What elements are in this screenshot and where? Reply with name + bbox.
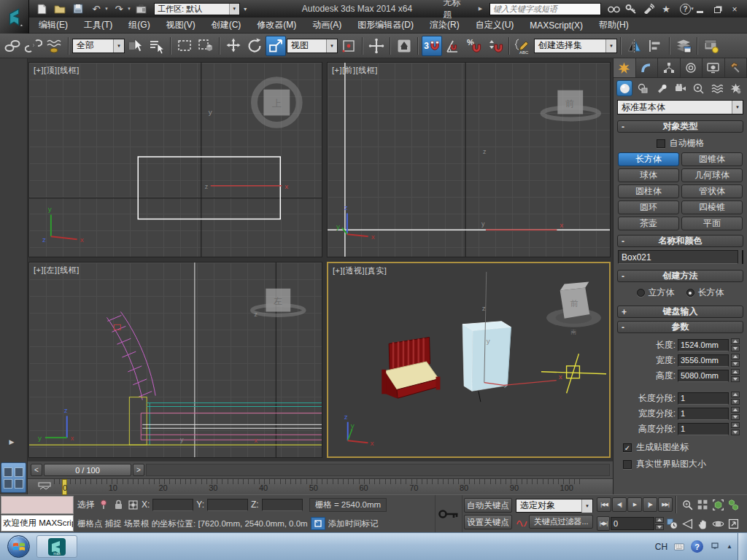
auto-key-button[interactable]: 自动关键点 — [464, 498, 512, 513]
select-and-link-icon[interactable] — [2, 36, 23, 56]
orbit-icon[interactable] — [711, 516, 725, 531]
zoom-extents-icon[interactable] — [711, 497, 725, 512]
playback-button[interactable]: |◀◀ — [597, 497, 611, 512]
select-and-manipulate-icon[interactable] — [366, 36, 387, 56]
scene-box021-model[interactable] — [462, 322, 511, 392]
select-by-name-icon[interactable] — [147, 36, 167, 56]
time-configuration-icon[interactable] — [665, 516, 679, 531]
object-type-button[interactable]: 圆柱体 — [618, 184, 679, 198]
parameter-value-field[interactable]: 3556.0mm — [678, 354, 729, 367]
viewcube-perspective[interactable]: 前 南 — [546, 282, 601, 335]
undo-dropdown-icon[interactable]: ▼ — [104, 7, 109, 11]
window-crossing-toggle-icon[interactable] — [196, 36, 216, 56]
viewport-front-canvas[interactable]: x y z 前 z y — [328, 63, 610, 257]
tab-display[interactable] — [703, 58, 725, 77]
autogrid-checkbox[interactable] — [657, 139, 665, 148]
primitive-category-dropdown[interactable]: 标准基本体 ▼ — [617, 100, 743, 114]
menu-item[interactable]: 编辑(E) — [31, 18, 76, 33]
close-button[interactable]: × — [729, 4, 740, 13]
language-indicator[interactable]: CH — [655, 542, 667, 552]
menu-item[interactable]: 组(G) — [120, 18, 158, 33]
select-and-rotate-icon[interactable] — [244, 36, 265, 56]
chevron-down-icon[interactable]: ▼ — [229, 4, 239, 15]
object-type-button[interactable]: 圆锥体 — [681, 152, 743, 166]
layer-manager-icon[interactable] — [673, 36, 694, 56]
scene-headboard-wire[interactable] — [107, 311, 155, 400]
spinner-snap-toggle-icon[interactable] — [485, 36, 506, 56]
viewport-left-label[interactable]: [+][左][线框] — [34, 265, 80, 276]
workspace-selector[interactable]: 工作区: 默认 ▼ — [154, 3, 240, 15]
select-and-move-icon[interactable] — [223, 36, 244, 56]
add-time-tag-label[interactable]: 添加时间标记 — [328, 518, 379, 529]
bind-to-space-warp-icon[interactable] — [44, 36, 65, 56]
mini-curve-editor-icon[interactable] — [36, 481, 53, 492]
key-icon[interactable] — [624, 2, 638, 15]
help-tray-icon[interactable]: ? — [691, 540, 703, 553]
previous-frame-button[interactable]: < — [31, 464, 42, 476]
viewcube-compass-south-label[interactable]: 南 — [570, 329, 577, 335]
object-type-button[interactable]: 茶壶 — [618, 217, 679, 230]
favorites-star-icon[interactable]: ★ — [659, 2, 673, 15]
search-icon[interactable] — [607, 2, 620, 15]
maximize-viewport-toggle-icon[interactable] — [726, 516, 740, 531]
menu-item[interactable]: MAXScript(X) — [522, 18, 591, 33]
restore-button[interactable] — [712, 4, 722, 13]
y-coordinate-field[interactable] — [207, 499, 248, 511]
redo-dropdown-icon[interactable]: ▼ — [127, 7, 131, 11]
spinner-control[interactable] — [731, 392, 740, 405]
object-type-button[interactable]: 几何球体 — [681, 168, 743, 182]
menu-item[interactable]: 自定义(U) — [468, 18, 522, 33]
key-filter-curve-icon[interactable] — [516, 516, 527, 528]
workspace-flyout-icon[interactable]: ▼ — [243, 7, 248, 12]
next-frame-button[interactable]: > — [133, 464, 144, 476]
set-key-button[interactable]: 设置关键点 — [464, 515, 512, 529]
rollout-name-color-header[interactable]: - 名称和颜色 — [617, 235, 743, 247]
action-center-icon[interactable] — [710, 542, 720, 552]
key-filters-button[interactable]: 关键点过滤器... — [529, 515, 593, 529]
viewport-layout-tabs-button[interactable] — [1, 462, 26, 493]
viewport-perspective[interactable]: [+][透视][真实] — [327, 262, 611, 458]
viewport-front-label[interactable]: [+][前][线框] — [332, 65, 378, 76]
mirror-icon[interactable] — [624, 36, 645, 56]
redo-icon[interactable]: ↷ — [111, 2, 127, 15]
viewport-left-canvas[interactable]: y x z 左 z y x — [29, 262, 322, 457]
playback-button[interactable]: ▶▶| — [658, 497, 673, 512]
project-folder-icon[interactable] — [133, 2, 150, 15]
open-file-icon[interactable] — [52, 2, 68, 15]
spinner-control[interactable] — [731, 369, 740, 382]
scene-explorer-flyout-icon[interactable]: ▶ — [4, 436, 19, 448]
viewport-top-canvas[interactable]: x z y 上 y x z — [29, 63, 322, 257]
checkbox-icon[interactable] — [623, 460, 632, 469]
playback-button[interactable]: ||▶ — [643, 497, 657, 512]
percent-snap-toggle-icon[interactable]: % — [464, 36, 484, 56]
help-icon[interactable]: ? — [680, 4, 691, 15]
x-coordinate-field[interactable] — [152, 499, 193, 511]
rollout-keyboard-entry-header[interactable]: + 键盘输入 — [617, 306, 743, 318]
selection-filter-dropdown[interactable]: 全部 ▼ — [72, 39, 125, 53]
playback-button[interactable]: ▶ — [627, 497, 642, 512]
set-keys-button[interactable] — [435, 495, 462, 532]
parameter-value-field[interactable]: 1 — [678, 423, 729, 435]
menu-item[interactable]: 工具(T) — [76, 18, 120, 33]
snaps-toggle-3d-icon[interactable]: 3 — [422, 36, 442, 56]
communication-center-icon[interactable] — [642, 2, 655, 15]
named-selection-sets-dropdown[interactable]: 创建选择集 ▼ — [534, 39, 617, 53]
menu-item[interactable]: 动画(A) — [304, 18, 349, 33]
object-type-button[interactable]: 长方体 — [618, 152, 679, 166]
parameter-value-field[interactable]: 1524.0mm — [678, 339, 729, 351]
show-desktop-button[interactable] — [738, 533, 747, 560]
minimize-button[interactable] — [694, 4, 705, 13]
subtab-lights[interactable] — [654, 80, 670, 96]
align-icon[interactable] — [646, 36, 666, 56]
tab-create[interactable] — [614, 58, 636, 77]
spinner-control[interactable] — [731, 338, 740, 351]
use-pivot-point-center-icon[interactable] — [338, 36, 359, 56]
frame-spinner[interactable] — [655, 517, 664, 530]
menu-item[interactable]: 图形编辑器(D) — [349, 18, 422, 33]
taskbar-3dsmax-button[interactable]: max — [36, 535, 77, 558]
undo-icon[interactable]: ↶ — [88, 2, 104, 15]
object-type-button[interactable]: 四棱锥 — [681, 201, 743, 214]
pan-hand-icon[interactable] — [695, 516, 710, 531]
viewcube-left[interactable]: 左 — [252, 289, 304, 316]
zoom-all-icon[interactable] — [695, 497, 710, 512]
